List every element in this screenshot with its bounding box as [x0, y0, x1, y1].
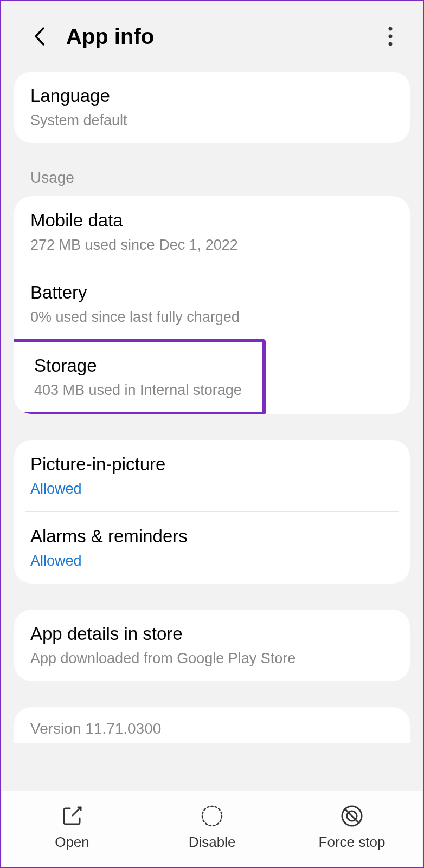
svg-point-2: [389, 42, 393, 46]
store-card: App details in store App downloaded from…: [14, 610, 410, 681]
svg-point-1: [389, 35, 393, 38]
store-item[interactable]: App details in store App downloaded from…: [14, 610, 410, 681]
disable-label: Disable: [189, 834, 236, 851]
pip-title: Picture-in-picture: [30, 453, 394, 476]
language-item[interactable]: Language System default: [14, 72, 410, 143]
language-card: Language System default: [14, 72, 410, 143]
usage-card: Mobile data 272 MB used since Dec 1, 202…: [14, 196, 410, 414]
footer-bar: Open Disable Force stop: [2, 791, 422, 867]
battery-title: Battery: [30, 281, 394, 305]
store-subtitle: App downloaded from Google Play Store: [30, 649, 394, 668]
open-button[interactable]: Open: [2, 805, 142, 851]
alarms-status: Allowed: [30, 552, 394, 571]
version-card: Version 11.71.0300: [14, 707, 410, 743]
svg-point-3: [202, 806, 222, 826]
usage-header: Usage: [14, 169, 410, 196]
pip-item[interactable]: Picture-in-picture Allowed: [14, 440, 410, 511]
open-label: Open: [55, 834, 89, 851]
language-title: Language: [30, 85, 394, 108]
store-title: App details in store: [30, 623, 394, 646]
alarms-item[interactable]: Alarms & reminders Allowed: [14, 512, 410, 584]
storage-subtitle: 403 MB used in Internal storage: [34, 381, 246, 400]
alarms-title: Alarms & reminders: [30, 525, 394, 548]
page-title: App info: [66, 24, 380, 49]
header: App info: [1, 1, 423, 72]
open-icon: [61, 805, 83, 827]
battery-subtitle: 0% used since last fully charged: [30, 308, 394, 327]
disable-icon: [201, 805, 223, 827]
mobile-data-item[interactable]: Mobile data 272 MB used since Dec 1, 202…: [14, 196, 410, 268]
more-options-icon[interactable]: [380, 25, 401, 47]
mobile-data-subtitle: 272 MB used since Dec 1, 2022: [30, 236, 394, 255]
battery-item[interactable]: Battery 0% used since last fully charged: [14, 268, 410, 340]
disable-button[interactable]: Disable: [142, 805, 282, 851]
version-text: Version 11.71.0300: [30, 720, 394, 737]
svg-point-0: [389, 27, 393, 31]
storage-item[interactable]: Storage 403 MB used in Internal storage: [14, 339, 266, 414]
force-stop-icon: [341, 805, 363, 827]
force-stop-button[interactable]: Force stop: [282, 805, 422, 851]
mobile-data-title: Mobile data: [30, 209, 394, 232]
language-subtitle: System default: [30, 111, 394, 130]
back-icon[interactable]: [28, 25, 50, 47]
pip-status: Allowed: [30, 480, 394, 498]
storage-title: Storage: [34, 354, 246, 378]
permissions-card: Picture-in-picture Allowed Alarms & remi…: [14, 440, 410, 584]
force-stop-label: Force stop: [319, 834, 386, 851]
